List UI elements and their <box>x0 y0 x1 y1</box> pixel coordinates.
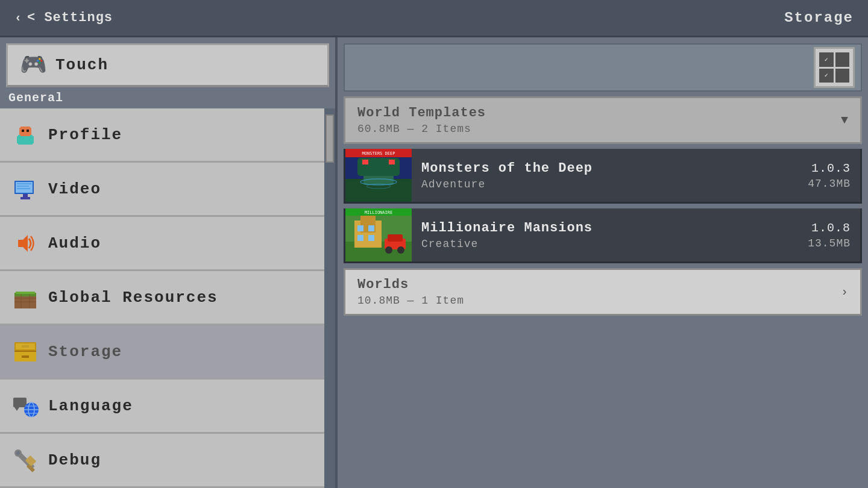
svg-rect-44 <box>389 160 395 164</box>
svg-marker-28 <box>14 407 19 411</box>
sidebar-item-global-resources[interactable]: Global Resources <box>0 271 324 325</box>
sidebar-item-debug[interactable]: Debug <box>0 434 324 488</box>
profile-icon <box>12 122 39 148</box>
sidebar-list: Profile <box>0 108 324 488</box>
svg-rect-9 <box>20 197 30 199</box>
svg-rect-12 <box>17 188 30 189</box>
touch-button[interactable]: 🎮 Touch <box>6 43 329 87</box>
world-meta-monsters: 1.0.3 47.3MB <box>798 157 860 195</box>
back-arrow-icon: ‹ <box>14 11 22 25</box>
worlds-title: Worlds <box>357 277 464 292</box>
worlds-chevron-icon: › <box>841 285 848 299</box>
svg-rect-17 <box>14 298 36 299</box>
svg-rect-4 <box>22 130 24 132</box>
sidebar-item-video-label: Video <box>48 180 101 198</box>
svg-rect-1 <box>17 136 34 143</box>
sidebar-scroll-area: Profile <box>0 108 335 488</box>
svg-rect-8 <box>23 194 28 197</box>
world-info-millionaire: Millionaire Mansions Creative <box>412 216 798 255</box>
worlds-section-text: Worlds 10.8MB — 1 Item <box>357 277 464 307</box>
svg-rect-19 <box>20 294 22 308</box>
general-section-label: General <box>0 87 335 108</box>
svg-rect-18 <box>14 301 36 302</box>
svg-text:MILLIONAIRE: MILLIONAIRE <box>365 210 392 215</box>
world-version-monsters: 1.0.3 <box>811 161 851 175</box>
main-layout: 🎮 Touch General <box>0 37 868 488</box>
language-icon <box>12 393 39 419</box>
video-icon <box>12 176 39 202</box>
sidebar-item-language-label: Language <box>48 397 133 415</box>
sidebar-item-storage[interactable]: Storage <box>0 325 324 380</box>
sidebar-item-audio[interactable]: Audio <box>0 217 324 271</box>
svg-rect-55 <box>357 235 363 241</box>
world-templates-chevron-icon: ▼ <box>841 113 848 127</box>
sidebar-item-profile-label: Profile <box>48 126 122 144</box>
sidebar-item-global-resources-label: Global Resources <box>48 289 218 307</box>
content-topbar <box>344 43 862 92</box>
world-name-millionaire: Millionaire Mansions <box>421 221 788 236</box>
sidebar-scrollbar[interactable] <box>324 108 335 488</box>
worlds-section-header[interactable]: Worlds 10.8MB — 1 Item › <box>344 268 862 316</box>
audio-icon <box>12 230 39 257</box>
world-size-monsters: 47.3MB <box>808 178 851 190</box>
global-resources-icon <box>12 284 39 311</box>
back-button[interactable]: ‹ < Settings <box>14 10 113 25</box>
svg-point-36 <box>16 451 20 455</box>
sidebar: 🎮 Touch General <box>0 37 338 488</box>
touch-label: Touch <box>55 56 108 74</box>
svg-rect-56 <box>368 235 374 241</box>
world-item-monsters[interactable]: MONSTERS DEEP Monsters of the Deep Adven… <box>344 149 862 204</box>
world-thumbnail-millionaire: MILLIONAIRE <box>345 208 412 261</box>
world-meta-millionaire: 1.0.8 13.5MB <box>798 216 860 254</box>
grid-cell-2 <box>835 52 850 67</box>
svg-rect-11 <box>17 186 29 187</box>
sidebar-item-video[interactable]: Video <box>0 163 324 217</box>
world-templates-section-text: World Templates 60.8MB — 2 Items <box>357 105 486 135</box>
page-title: Storage <box>784 10 854 26</box>
world-templates-subtitle: 60.8MB — 2 Items <box>357 123 486 135</box>
svg-text:MONSTERS DEEP: MONSTERS DEEP <box>362 151 395 156</box>
worlds-subtitle: 10.8MB — 1 Item <box>357 295 464 307</box>
back-label: < Settings <box>27 10 113 25</box>
world-info-monsters: Monsters of the Deep Adventure <box>412 156 798 195</box>
world-type-monsters: Adventure <box>421 178 788 190</box>
world-templates-section-header[interactable]: World Templates 60.8MB — 2 Items ▼ <box>344 96 862 144</box>
sidebar-item-audio-label: Audio <box>48 234 101 252</box>
svg-rect-3 <box>19 128 31 135</box>
world-thumbnail-monsters: MONSTERS DEEP <box>345 149 412 202</box>
storage-icon <box>12 339 39 365</box>
svg-rect-25 <box>14 351 36 352</box>
world-size-millionaire: 13.5MB <box>808 237 851 249</box>
scrollbar-thumb[interactable] <box>326 114 334 163</box>
svg-point-60 <box>397 246 404 254</box>
world-item-millionaire[interactable]: MILLIONAIRE Millionaire Mansions Creativ… <box>344 208 862 263</box>
grid-view-button[interactable] <box>814 47 855 88</box>
svg-marker-13 <box>18 235 28 252</box>
svg-point-59 <box>385 246 392 254</box>
svg-rect-16 <box>16 292 35 294</box>
world-templates-title: World Templates <box>357 105 486 120</box>
grid-cell-3 <box>819 69 834 83</box>
debug-icon <box>12 447 39 474</box>
svg-rect-43 <box>362 160 368 164</box>
world-name-monsters: Monsters of the Deep <box>421 161 788 176</box>
grid-cell-4 <box>835 69 850 83</box>
svg-rect-24 <box>22 355 29 358</box>
touch-icon: 🎮 <box>20 52 47 78</box>
sidebar-item-storage-label: Storage <box>48 343 122 361</box>
sidebar-item-language[interactable]: Language <box>0 380 324 434</box>
svg-rect-27 <box>13 398 27 407</box>
svg-rect-54 <box>368 225 374 231</box>
world-type-millionaire: Creative <box>421 238 788 250</box>
sidebar-item-profile[interactable]: Profile <box>0 108 324 163</box>
svg-rect-53 <box>357 225 363 231</box>
world-version-millionaire: 1.0.8 <box>811 221 851 235</box>
content-area: World Templates 60.8MB — 2 Items ▼ <box>338 37 868 488</box>
svg-rect-5 <box>27 130 29 132</box>
svg-rect-26 <box>16 343 35 349</box>
svg-rect-10 <box>17 183 31 184</box>
grid-cell-1 <box>819 52 834 67</box>
svg-rect-58 <box>388 234 403 242</box>
svg-rect-20 <box>29 294 30 308</box>
header: ‹ < Settings Storage <box>0 0 868 37</box>
